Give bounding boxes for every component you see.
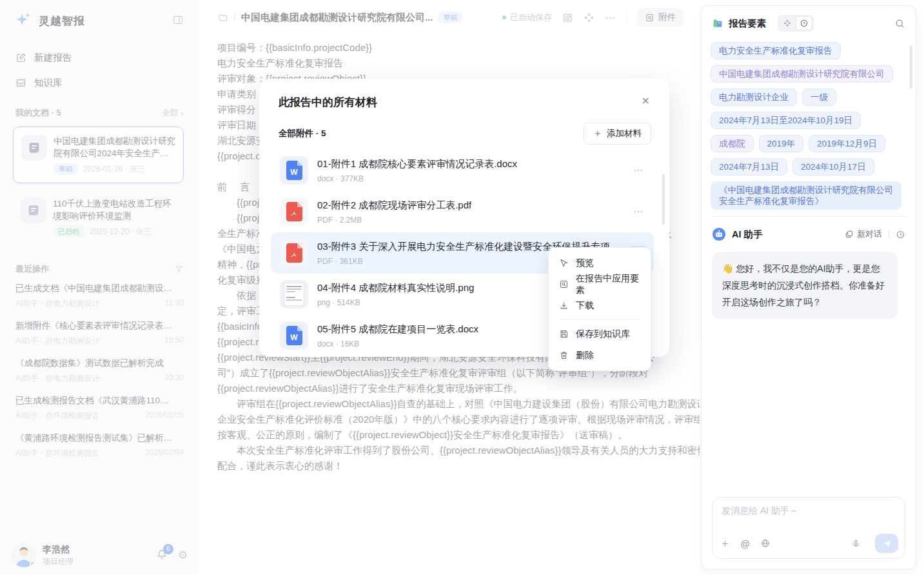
app-root: 灵越智报 新建报告 知识库 我的文档 · 5 全部 <box>0 0 924 575</box>
close-icon[interactable]: ✕ <box>640 95 651 108</box>
png-image-thumbnail <box>280 280 308 308</box>
attachment-name: 04-附件4 成都院材料真实性说明.png <box>317 282 474 294</box>
header-divider <box>889 230 889 239</box>
save-icon <box>559 329 569 339</box>
attachment-meta: png · 514KB <box>317 298 474 307</box>
ai-assistant-title: AI 助手 <box>732 228 763 241</box>
report-element-tags: 电力安全生产标准化复审报告中国电建集团成都勘测设计研究院有限公司电力勘测设计企业… <box>702 34 916 210</box>
microphone-icon[interactable] <box>851 539 861 549</box>
attachments-count-label: 全部附件 · 5 <box>279 128 326 139</box>
attachment-meta: docx · 16KB <box>317 339 478 348</box>
ai-greeting-bubble: 👋 您好，我不仅是您的AI助手，更是您深度思考时的沉浸式创作搭档。你准备好开启这… <box>712 252 898 319</box>
element-tag[interactable]: 一级 <box>802 88 836 106</box>
elements-panel-header: 报告要素 <box>702 6 916 34</box>
pinwheel-view-icon[interactable] <box>779 16 796 30</box>
element-tag[interactable]: 《中国电建集团成都勘测设计研究院有限公司安全生产标准化复审报告》 <box>711 181 901 210</box>
menu-item-preview[interactable]: 预览 <box>549 252 651 274</box>
element-tag[interactable]: 2024年7月13日至2024年10月19日 <box>711 112 861 129</box>
attachment-meta: docx · 377KB <box>317 174 517 183</box>
plus-icon <box>593 129 602 138</box>
menu-divider <box>559 319 640 320</box>
menu-item-save-to-kb[interactable]: 保存到知识库 <box>549 323 651 345</box>
element-tag[interactable]: 中国电建集团成都勘测设计研究院有限公司 <box>711 65 893 83</box>
send-button[interactable] <box>875 534 898 553</box>
attachment-context-menu: 预览 在报告中应用要素 下载 保存到知识库 删除 <box>548 247 651 371</box>
element-tag[interactable]: 2019年12月9日 <box>809 135 885 152</box>
attachment-row[interactable]: 02-附件2 成都院现场评审分工表.pdf PDF · 2.2MB ⋯ <box>271 191 654 232</box>
download-icon <box>559 301 569 310</box>
docx-file-icon: W <box>280 321 308 350</box>
pdf-file-icon <box>280 239 308 267</box>
attachment-name: 05-附件5 成都院在建项目一览表.docx <box>317 323 478 336</box>
new-chat-icon <box>845 230 854 239</box>
modal-scrollbar-thumb[interactable] <box>662 174 665 225</box>
element-tag[interactable]: 2019年 <box>759 135 804 152</box>
history-view-icon[interactable] <box>796 16 812 30</box>
preview-cursor-icon <box>559 258 569 268</box>
attachment-name: 01-附件1 成都院核心要素评审情况记录表.docx <box>317 158 517 170</box>
menu-item-delete[interactable]: 删除 <box>549 345 651 366</box>
attachment-meta: PDF · 2.2MB <box>317 216 471 225</box>
ai-robot-icon <box>712 227 726 241</box>
report-elements-panel: 报告要素 电力安全生产标准化复审报告中国电建集团成都勘测设计研究院 <box>701 5 916 570</box>
attachment-name: 02-附件2 成都院现场评审分工表.pdf <box>317 199 471 212</box>
search-icon[interactable] <box>894 18 905 29</box>
attachment-row[interactable]: W 01-附件1 成都院核心要素评审情况记录表.docx docx · 377K… <box>271 150 654 191</box>
docx-file-icon: W <box>280 156 308 185</box>
modal-title: 此报告中的所有材料 <box>279 95 377 110</box>
chat-input-box: @ <box>712 497 905 559</box>
attachment-more-icon[interactable]: ⋯ <box>629 205 647 219</box>
trash-icon <box>559 350 569 360</box>
panel-scrollbar-thumb[interactable] <box>910 46 912 88</box>
ai-assistant-header: AI 助手 新对话 <box>702 217 916 241</box>
apply-elements-icon <box>559 279 569 289</box>
add-attachment-icon[interactable] <box>720 539 730 549</box>
paper-plane-icon <box>882 539 892 549</box>
add-material-button[interactable]: 添加材料 <box>584 123 651 145</box>
element-tag[interactable]: 电力安全生产标准化复审报告 <box>711 42 841 59</box>
elements-folder-icon <box>712 17 723 29</box>
element-tag[interactable]: 2024年10月17日 <box>792 158 874 176</box>
new-chat-button[interactable]: 新对话 <box>845 228 882 240</box>
elements-panel-title: 报告要素 <box>729 17 766 30</box>
menu-item-download[interactable]: 下载 <box>549 295 651 316</box>
chat-input[interactable] <box>722 505 897 527</box>
element-tag[interactable]: 电力勘测设计企业 <box>711 88 797 106</box>
mention-icon[interactable]: @ <box>740 539 750 549</box>
pdf-file-icon <box>280 197 308 226</box>
menu-item-apply-elements[interactable]: 在报告中应用要素 <box>549 274 651 295</box>
globe-icon[interactable] <box>760 538 771 549</box>
attachment-more-icon[interactable]: ⋯ <box>629 163 647 177</box>
elements-view-toggle <box>778 15 814 32</box>
chat-toolbar: @ <box>720 534 898 553</box>
chat-history-icon[interactable] <box>896 230 905 239</box>
element-tag[interactable]: 2024年7月13日 <box>711 158 787 176</box>
element-tag[interactable]: 成都院 <box>711 135 754 152</box>
